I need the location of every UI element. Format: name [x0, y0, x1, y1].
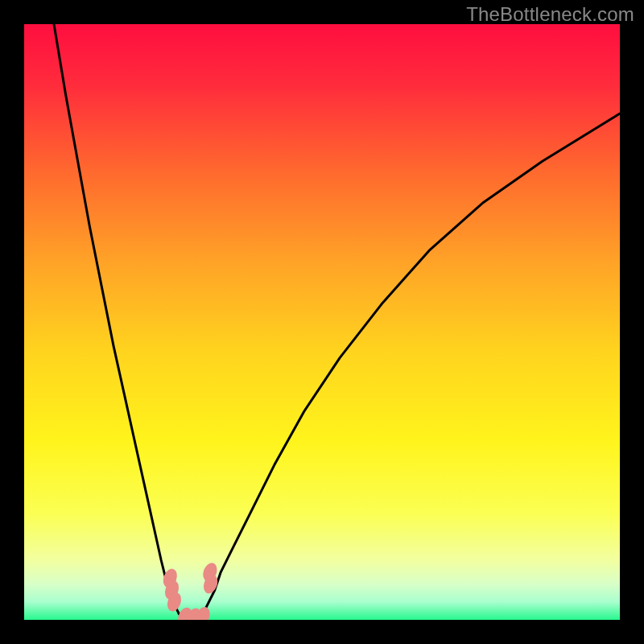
plot-area	[24, 24, 620, 620]
chart-frame: TheBottleneck.com	[0, 0, 644, 644]
plot-svg	[24, 24, 620, 620]
gradient-background	[24, 24, 620, 620]
watermark-text: TheBottleneck.com	[466, 3, 634, 26]
